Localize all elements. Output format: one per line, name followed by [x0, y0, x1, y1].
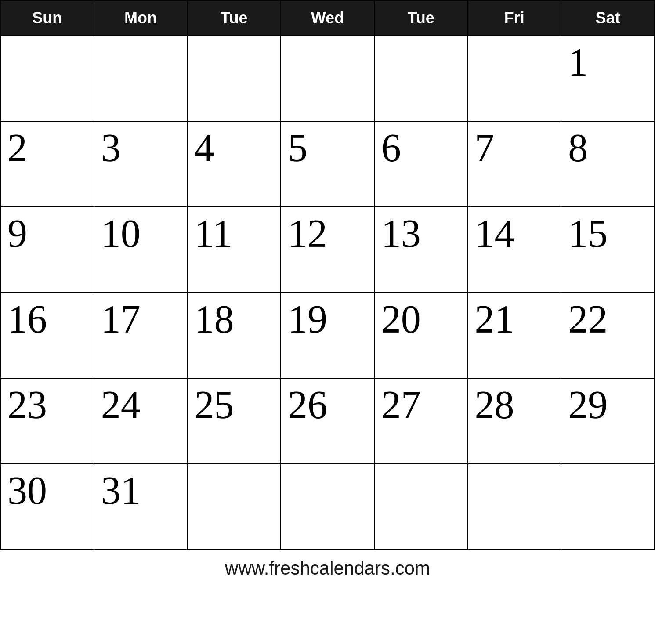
- calendar-row: 9101112131415: [0, 207, 655, 293]
- header-mon: Mon: [94, 0, 188, 36]
- calendar-cell: 7: [468, 121, 561, 207]
- day-number: 9: [7, 212, 27, 255]
- calendar-cell: [561, 464, 655, 550]
- calendar-cell: 19: [281, 293, 374, 378]
- day-number: 28: [475, 383, 514, 427]
- calendar-cell: 21: [468, 293, 561, 378]
- calendar-cell: 27: [374, 378, 468, 464]
- calendar-cell: 31: [94, 464, 188, 550]
- calendar-body: 1234567891011121314151617181920212223242…: [0, 36, 655, 550]
- calendar-cell: [468, 464, 561, 550]
- calendar-cell: 17: [94, 293, 188, 378]
- calendar-footer: www.freshcalendars.com: [0, 550, 655, 583]
- calendar-cell: 28: [468, 378, 561, 464]
- calendar-cell: 15: [561, 207, 655, 293]
- day-number: 24: [101, 383, 141, 427]
- calendar-cell: 10: [94, 207, 188, 293]
- day-number: 23: [7, 383, 47, 427]
- calendar-cell: 22: [561, 293, 655, 378]
- day-number: 15: [568, 212, 608, 255]
- day-number: 26: [288, 383, 327, 427]
- calendar-cell: [187, 36, 281, 121]
- calendar-cell: 23: [0, 378, 94, 464]
- calendar-row: 1: [0, 36, 655, 121]
- day-number: 3: [101, 126, 121, 170]
- calendar-cell: 6: [374, 121, 468, 207]
- calendar-cell: [187, 464, 281, 550]
- calendar-cell: 5: [281, 121, 374, 207]
- day-number: 20: [381, 297, 421, 341]
- day-number: 4: [194, 126, 214, 170]
- day-number: 7: [475, 126, 495, 170]
- calendar-cell: 1: [561, 36, 655, 121]
- day-number: 29: [568, 383, 608, 427]
- calendar-cell: 13: [374, 207, 468, 293]
- day-number: 12: [288, 212, 327, 255]
- calendar-row: 3031: [0, 464, 655, 550]
- day-number: 30: [7, 469, 47, 512]
- calendar-cell: [281, 36, 374, 121]
- day-number: 21: [475, 297, 514, 341]
- day-number: 11: [194, 212, 232, 255]
- day-number: 25: [194, 383, 234, 427]
- header-fri: Fri: [468, 0, 561, 36]
- day-number: 10: [101, 212, 141, 255]
- calendar-cell: 30: [0, 464, 94, 550]
- calendar-cell: 24: [94, 378, 188, 464]
- header-row: Sun Mon Tue Wed Tue Fri Sat: [0, 0, 655, 36]
- day-number: 19: [288, 297, 327, 341]
- day-number: 27: [381, 383, 421, 427]
- day-number: 14: [475, 212, 514, 255]
- header-thu: Tue: [374, 0, 468, 36]
- calendar-cell: [281, 464, 374, 550]
- calendar-row: 16171819202122: [0, 293, 655, 378]
- calendar-cell: 14: [468, 207, 561, 293]
- calendar-cell: [374, 36, 468, 121]
- calendar-row: 23242526272829: [0, 378, 655, 464]
- calendar-cell: 26: [281, 378, 374, 464]
- day-number: 2: [7, 126, 27, 170]
- calendar-cell: 18: [187, 293, 281, 378]
- day-number: 18: [194, 297, 234, 341]
- calendar-table: Sun Mon Tue Wed Tue Fri Sat 123456789101…: [0, 0, 655, 550]
- calendar-cell: [94, 36, 188, 121]
- calendar-cell: [468, 36, 561, 121]
- calendar-wrapper: Sun Mon Tue Wed Tue Fri Sat 123456789101…: [0, 0, 655, 583]
- day-number: 17: [101, 297, 141, 341]
- day-number: 16: [7, 297, 47, 341]
- header-wed: Wed: [281, 0, 374, 36]
- header-tue: Tue: [187, 0, 281, 36]
- day-number: 6: [381, 126, 401, 170]
- day-number: 1: [568, 40, 588, 84]
- calendar-cell: 20: [374, 293, 468, 378]
- day-number: 13: [381, 212, 421, 255]
- header-sat: Sat: [561, 0, 655, 36]
- header-sun: Sun: [0, 0, 94, 36]
- day-number: 22: [568, 297, 608, 341]
- day-number: 5: [288, 126, 308, 170]
- calendar-cell: [0, 36, 94, 121]
- calendar-row: 2345678: [0, 121, 655, 207]
- calendar-cell: 16: [0, 293, 94, 378]
- calendar-cell: [374, 464, 468, 550]
- day-number: 31: [101, 469, 141, 512]
- calendar-cell: 11: [187, 207, 281, 293]
- calendar-cell: 4: [187, 121, 281, 207]
- calendar-cell: 8: [561, 121, 655, 207]
- calendar-cell: 2: [0, 121, 94, 207]
- day-number: 8: [568, 126, 588, 170]
- calendar-cell: 12: [281, 207, 374, 293]
- calendar-cell: 29: [561, 378, 655, 464]
- calendar-cell: 25: [187, 378, 281, 464]
- calendar-cell: 3: [94, 121, 188, 207]
- calendar-cell: 9: [0, 207, 94, 293]
